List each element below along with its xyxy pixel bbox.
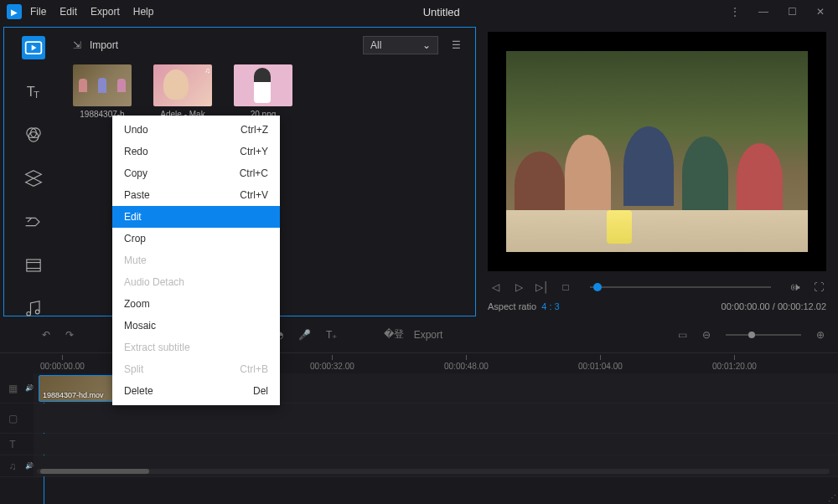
- media-item[interactable]: 20.png: [234, 64, 292, 119]
- media-item[interactable]: 19884307-h: [73, 64, 132, 119]
- voice-icon[interactable]: 🎤: [298, 329, 311, 341]
- ruler-tick: 00:00:32.00: [310, 355, 354, 371]
- import-button[interactable]: Import: [90, 39, 118, 51]
- preview-panel: ◁ ▷ ▷│ □ 🕪 ⛶ Aspect ratio 4 : 3 00:00:00…: [476, 23, 838, 316]
- fit-icon[interactable]: ▭: [678, 329, 687, 341]
- undo-icon[interactable]: ↶: [42, 329, 50, 341]
- svg-point-9: [27, 312, 31, 316]
- context-menu-label: Copy: [124, 167, 147, 179]
- track-body[interactable]: [34, 404, 838, 433]
- context-menu-label: Edit: [124, 211, 142, 223]
- context-menu-label: Mute: [124, 255, 147, 266]
- volume-icon[interactable]: 🕪: [788, 280, 803, 295]
- zoom-out-icon[interactable]: ⊖: [702, 329, 711, 341]
- app-logo-icon: ▶: [7, 4, 22, 19]
- menu-file[interactable]: File: [30, 6, 46, 18]
- context-menu-item: Audio Detach: [112, 271, 280, 293]
- timeline-scrollbar[interactable]: [37, 469, 830, 474]
- playback-controls: ◁ ▷ ▷│ □ 🕪 ⛶: [488, 280, 826, 295]
- redo-icon[interactable]: ↷: [65, 329, 74, 341]
- pip-track: ▢: [0, 404, 838, 434]
- play-icon[interactable]: ▷: [511, 280, 526, 295]
- context-menu-item[interactable]: PasteCtrl+V: [112, 184, 280, 206]
- context-menu-item[interactable]: UndoCtrl+Z: [112, 119, 280, 141]
- context-menu-label: Crop: [124, 233, 146, 244]
- context-menu-shortcut: Ctrl+Z: [241, 124, 268, 136]
- audio-track: ♫ 🔊: [0, 455, 838, 477]
- resize-grip-icon[interactable]: ⋰: [828, 493, 836, 502]
- context-menu-item[interactable]: Zoom: [112, 293, 280, 315]
- context-menu-label: Undo: [124, 124, 148, 136]
- context-menu-label: Paste: [124, 189, 150, 201]
- close-icon[interactable]: ✕: [815, 6, 826, 18]
- video-preview[interactable]: [488, 32, 826, 271]
- text-tool-icon[interactable]: TT: [22, 80, 45, 103]
- transitions-tool-icon[interactable]: [22, 210, 45, 234]
- context-menu-shortcut: Ctrl+B: [240, 363, 268, 375]
- ruler-tick: 00:00:00.00: [40, 355, 85, 371]
- minimize-icon[interactable]: —: [758, 6, 769, 18]
- stop-icon[interactable]: □: [558, 280, 573, 295]
- main-menu: File Edit Export Help: [30, 6, 153, 18]
- context-menu-item[interactable]: Mosaic: [112, 315, 280, 337]
- next-frame-icon[interactable]: ▷│: [535, 280, 550, 295]
- context-menu-item[interactable]: RedoCtrl+Y: [112, 141, 280, 162]
- export-button[interactable]: �登 Export: [384, 327, 442, 342]
- context-menu-shortcut: Ctrl+C: [240, 167, 268, 179]
- elements-tool-icon[interactable]: [22, 254, 45, 277]
- context-menu-item[interactable]: DeleteDel: [112, 380, 280, 402]
- mute-track-icon[interactable]: 🔊: [25, 384, 34, 392]
- import-icon[interactable]: ⇲: [73, 39, 81, 51]
- context-menu-item: Extract subtitle: [112, 337, 280, 358]
- list-view-icon[interactable]: ☰: [447, 36, 465, 54]
- zoom-slider[interactable]: [726, 334, 801, 336]
- more-icon[interactable]: ⋮: [729, 6, 741, 18]
- context-menu-item[interactable]: Edit: [112, 206, 280, 228]
- menu-export[interactable]: Export: [91, 6, 120, 18]
- context-menu-item[interactable]: CopyCtrl+C: [112, 162, 280, 184]
- filter-dropdown[interactable]: All⌄: [363, 36, 438, 54]
- context-menu-item[interactable]: Crop: [112, 228, 280, 249]
- svg-text:T: T: [34, 89, 39, 100]
- text-track: T: [0, 434, 838, 455]
- context-menu-label: Mosaic: [124, 320, 156, 332]
- audio-tool-icon[interactable]: [22, 297, 45, 321]
- zoom-in-icon[interactable]: ⊕: [816, 329, 825, 341]
- scrub-handle[interactable]: [593, 283, 602, 291]
- aspect-value[interactable]: 4 : 3: [541, 301, 559, 311]
- context-menu-label: Delete: [124, 385, 153, 397]
- titlebar: ▶ File Edit Export Help Untitled ⋮ — ☐ ✕: [0, 0, 838, 23]
- text-track-icon: T: [0, 439, 25, 450]
- filters-tool-icon[interactable]: [22, 123, 45, 147]
- mute-track-icon[interactable]: 🔊: [25, 462, 34, 470]
- context-menu-label: Redo: [124, 146, 148, 157]
- context-menu-shortcut: Del: [253, 385, 268, 397]
- text-icon[interactable]: T₊: [326, 329, 337, 341]
- aspect-label: Aspect ratio: [488, 301, 536, 311]
- menu-edit[interactable]: Edit: [59, 6, 77, 18]
- prev-frame-icon[interactable]: ◁: [488, 280, 503, 295]
- maximize-icon[interactable]: ☐: [786, 6, 798, 18]
- media-thumbnails: 19884307-h ♫ Adele - Mak 20.png: [73, 64, 465, 119]
- clip-label: 19884307-hd.mov: [43, 391, 104, 399]
- media-tool-icon[interactable]: [22, 36, 45, 59]
- track-body[interactable]: [34, 434, 838, 455]
- context-menu-label: Audio Detach: [124, 276, 184, 288]
- svg-point-10: [35, 310, 39, 314]
- fullscreen-icon[interactable]: ⛶: [811, 280, 826, 295]
- video-track-icon: ▦: [0, 383, 25, 394]
- context-menu-item: Mute: [112, 249, 280, 271]
- menu-help[interactable]: Help: [133, 6, 154, 18]
- context-menu-label: Zoom: [124, 298, 150, 310]
- window-title: Untitled: [153, 6, 729, 18]
- timeline-scroll-thumb[interactable]: [40, 469, 149, 474]
- audio-track-icon: ♫: [0, 460, 25, 472]
- overlays-tool-icon[interactable]: [22, 167, 45, 190]
- ruler-tick: 00:01:20.00: [712, 355, 757, 371]
- scrub-bar[interactable]: [590, 286, 771, 288]
- audio-badge-icon: ♫: [204, 66, 210, 75]
- chevron-down-icon: ⌄: [422, 39, 431, 51]
- timecode: 00:00:00.00 / 00:00:12.02: [722, 301, 826, 311]
- media-item[interactable]: ♫ Adele - Mak: [153, 64, 212, 119]
- zoom-handle[interactable]: [748, 332, 755, 338]
